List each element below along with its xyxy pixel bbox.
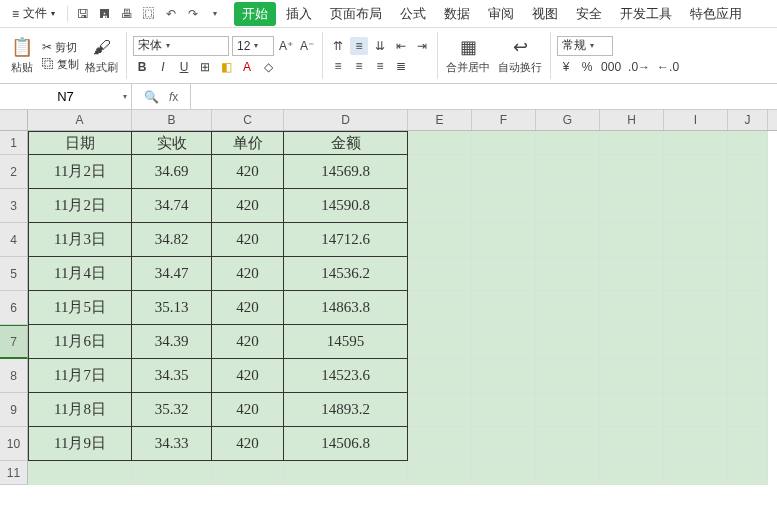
increase-decimal-icon[interactable]: .0→ <box>626 58 652 76</box>
row-header[interactable]: 8 <box>0 359 28 393</box>
cell[interactable] <box>408 461 472 485</box>
cell[interactable] <box>728 131 768 155</box>
save-as-icon[interactable]: 🖪 <box>96 5 114 23</box>
cell[interactable] <box>600 223 664 257</box>
cell[interactable]: 11月5日 <box>28 291 132 325</box>
cell[interactable]: 34.47 <box>132 257 212 291</box>
cell[interactable]: 11月8日 <box>28 393 132 427</box>
comma-icon[interactable]: 000 <box>599 58 623 76</box>
cell[interactable] <box>664 461 728 485</box>
tab-6[interactable]: 视图 <box>524 2 566 26</box>
cell[interactable] <box>472 257 536 291</box>
cell[interactable]: 420 <box>212 155 284 189</box>
align-top-icon[interactable]: ⇈ <box>329 37 347 55</box>
tab-4[interactable]: 数据 <box>436 2 478 26</box>
col-header-I[interactable]: I <box>664 110 728 130</box>
cell[interactable]: 14569.8 <box>284 155 408 189</box>
print-icon[interactable]: 🖶 <box>118 5 136 23</box>
number-format-select[interactable]: 常规▾ <box>557 36 613 56</box>
cell[interactable]: 14863.8 <box>284 291 408 325</box>
tab-3[interactable]: 公式 <box>392 2 434 26</box>
bold-button[interactable]: B <box>133 58 151 76</box>
cell[interactable] <box>600 461 664 485</box>
cell[interactable] <box>600 359 664 393</box>
cell[interactable] <box>472 427 536 461</box>
cell[interactable]: 420 <box>212 257 284 291</box>
col-header-F[interactable]: F <box>472 110 536 130</box>
cell[interactable] <box>664 359 728 393</box>
cell[interactable] <box>600 189 664 223</box>
cell[interactable] <box>408 427 472 461</box>
currency-icon[interactable]: ¥ <box>557 58 575 76</box>
row-header[interactable]: 7 <box>0 325 28 359</box>
name-box[interactable]: ▾ <box>0 84 132 109</box>
row-header[interactable]: 4 <box>0 223 28 257</box>
cell[interactable] <box>664 427 728 461</box>
cell[interactable] <box>472 325 536 359</box>
align-right-icon[interactable]: ≡ <box>371 57 389 75</box>
copy-button[interactable]: ⿻复制 <box>42 57 79 72</box>
cell[interactable] <box>536 257 600 291</box>
cell[interactable]: 14712.6 <box>284 223 408 257</box>
cell[interactable]: 11月4日 <box>28 257 132 291</box>
cell[interactable] <box>408 189 472 223</box>
clear-format-button[interactable]: ◇ <box>259 58 277 76</box>
cell[interactable] <box>664 155 728 189</box>
cell[interactable] <box>536 189 600 223</box>
cell[interactable] <box>536 155 600 189</box>
cell[interactable] <box>600 427 664 461</box>
cell[interactable] <box>600 393 664 427</box>
cell[interactable] <box>536 223 600 257</box>
cell[interactable]: 实收 <box>132 131 212 155</box>
cell[interactable] <box>536 131 600 155</box>
cell[interactable] <box>408 393 472 427</box>
cell[interactable] <box>408 291 472 325</box>
cell[interactable]: 420 <box>212 359 284 393</box>
cell[interactable] <box>212 461 284 485</box>
tab-8[interactable]: 开发工具 <box>612 2 680 26</box>
cell[interactable] <box>408 155 472 189</box>
zoom-icon[interactable]: 🔍 <box>144 90 159 104</box>
cell[interactable] <box>472 223 536 257</box>
tab-2[interactable]: 页面布局 <box>322 2 390 26</box>
cell[interactable] <box>472 291 536 325</box>
col-header-C[interactable]: C <box>212 110 284 130</box>
col-header-H[interactable]: H <box>600 110 664 130</box>
col-header-B[interactable]: B <box>132 110 212 130</box>
cell[interactable]: 34.35 <box>132 359 212 393</box>
underline-button[interactable]: U <box>175 58 193 76</box>
indent-decrease-icon[interactable]: ⇤ <box>392 37 410 55</box>
cell[interactable] <box>664 325 728 359</box>
chevron-down-icon[interactable]: ▾ <box>206 5 224 23</box>
cell[interactable] <box>664 257 728 291</box>
cell[interactable] <box>408 359 472 393</box>
cell[interactable]: 420 <box>212 393 284 427</box>
cell[interactable] <box>664 291 728 325</box>
cell[interactable]: 11月2日 <box>28 189 132 223</box>
tab-0[interactable]: 开始 <box>234 2 276 26</box>
cell[interactable] <box>472 189 536 223</box>
cell[interactable] <box>728 325 768 359</box>
cell[interactable]: 420 <box>212 325 284 359</box>
col-header-D[interactable]: D <box>284 110 408 130</box>
cell[interactable] <box>664 223 728 257</box>
save-icon[interactable]: 🖫 <box>74 5 92 23</box>
italic-button[interactable]: I <box>154 58 172 76</box>
cell[interactable] <box>536 393 600 427</box>
tab-1[interactable]: 插入 <box>278 2 320 26</box>
cell[interactable] <box>408 131 472 155</box>
font-name-select[interactable]: 宋体▾ <box>133 36 229 56</box>
cell[interactable] <box>728 427 768 461</box>
row-header[interactable]: 3 <box>0 189 28 223</box>
cell[interactable] <box>600 257 664 291</box>
cell[interactable]: 34.74 <box>132 189 212 223</box>
tab-7[interactable]: 安全 <box>568 2 610 26</box>
cell[interactable]: 35.32 <box>132 393 212 427</box>
row-header[interactable]: 2 <box>0 155 28 189</box>
cell[interactable]: 34.33 <box>132 427 212 461</box>
name-box-input[interactable] <box>0 89 131 104</box>
cell[interactable]: 34.69 <box>132 155 212 189</box>
cell[interactable] <box>664 189 728 223</box>
spreadsheet-grid[interactable]: ABCDEFGHIJ 1日期实收单价金额211月2日34.6942014569.… <box>0 110 777 485</box>
cell[interactable]: 420 <box>212 223 284 257</box>
